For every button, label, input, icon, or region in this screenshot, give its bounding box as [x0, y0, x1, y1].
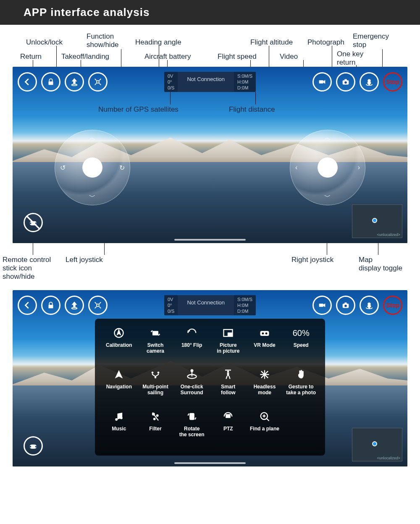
minimap[interactable]: <unlocalized> [352, 204, 402, 238]
func-item-headless[interactable]: Headless mode [248, 368, 281, 406]
func-item-label: Music [112, 426, 126, 432]
func-item-follow[interactable]: Smart follow [212, 368, 245, 406]
svg-rect-28 [344, 303, 347, 304]
takeoff-button[interactable] [65, 296, 84, 315]
takeoff-button[interactable] [65, 72, 84, 92]
callout-estop: Emergency stop [353, 32, 389, 49]
func-item-multipoint[interactable]: Multi-point sailing [139, 368, 172, 406]
minimap-marker-icon [372, 218, 377, 223]
svg-rect-49 [225, 370, 231, 371]
emergency-stop-button[interactable]: Stop [383, 296, 402, 315]
lock-button[interactable] [41, 296, 60, 315]
multipoint-icon [150, 368, 161, 381]
vr-icon [259, 326, 270, 340]
svg-point-37 [265, 333, 268, 335]
hud-connection: Not Connection [178, 72, 234, 92]
function-toggle-button[interactable] [88, 72, 108, 92]
function-toggle-button[interactable] [88, 296, 108, 315]
video-button[interactable] [312, 296, 332, 315]
rotate-icon [186, 410, 198, 423]
func-item-label: Find a plane [250, 426, 279, 432]
toolbar: 0V 0° 0/S Not Connection S:0M/S H:0M D:0… [18, 295, 402, 315]
hud-distance: D:0M [237, 85, 252, 90]
svg-point-10 [344, 81, 347, 84]
svg-line-47 [226, 376, 227, 379]
svg-rect-60 [190, 414, 194, 419]
stick-toggle-button[interactable] [24, 436, 43, 456]
svg-line-16 [27, 216, 39, 229]
svg-line-63 [267, 418, 269, 421]
func-item-label: Rotate the screen [179, 426, 205, 438]
svg-point-14 [29, 223, 31, 224]
screen-1-stage: 0V 0° 0/S Not Connection S:0M/S H:0M D:0… [0, 67, 420, 243]
svg-rect-7 [319, 80, 323, 83]
gesture-icon [295, 368, 307, 381]
svg-point-67 [29, 446, 31, 448]
minimap-marker-icon [372, 441, 377, 446]
func-item-filter[interactable]: Filter [139, 410, 172, 448]
minimap-label: <unlocalized> [377, 233, 400, 237]
func-item-switch-camera[interactable]: Switch camera [139, 326, 172, 364]
return-button[interactable] [18, 296, 37, 315]
surround-icon [186, 368, 198, 381]
right-joystick[interactable]: ︿ ﹀ ‹ › [290, 130, 365, 205]
switch-camera-icon [150, 326, 161, 340]
callouts-bottom: Remote control stick icon show/hide Left… [0, 243, 420, 280]
callout-maptoggle: Map display toggle [359, 256, 402, 272]
hud-altitude: H:0M [237, 79, 252, 84]
func-item-label: Headless mode [254, 384, 276, 396]
left-joystick[interactable]: ︿ ﹀ ↺ ↻ [55, 130, 130, 205]
svg-marker-8 [323, 80, 326, 84]
lock-button[interactable] [41, 72, 60, 92]
svg-point-39 [152, 372, 154, 374]
func-item-compass[interactable]: Calibration [102, 326, 136, 364]
func-item-rotate[interactable]: Rotate the screen [175, 410, 208, 448]
emergency-stop-button[interactable]: Stop [383, 72, 402, 92]
svg-point-36 [262, 333, 264, 335]
chevron-up-icon: ︿ [324, 134, 331, 142]
func-item-gesture[interactable]: Gesture to take a photo [284, 368, 318, 406]
func-item-label: Gesture to take a photo [286, 384, 316, 396]
callout-funcshow: Function show/hide [87, 32, 119, 49]
func-item-flip-180[interactable]: 180° Flip [175, 326, 208, 364]
home-indicator [174, 462, 246, 464]
svg-rect-32 [152, 331, 158, 335]
hud: 0V 0° 0/S Not Connection S:0M/S H:0M D:0… [164, 295, 256, 315]
svg-rect-35 [260, 331, 269, 336]
hud-battery: 0V [168, 73, 175, 79]
stick-toggle-button[interactable] [24, 213, 43, 232]
func-item-vr[interactable]: VR Mode [248, 326, 281, 364]
func-item-ptz[interactable]: PTZ [212, 410, 245, 448]
func-item-label: PTZ [223, 426, 233, 432]
callouts-top: Return Unlock/lock Takeoff/landing Funct… [0, 25, 420, 67]
follow-icon [222, 368, 234, 381]
hud-speed: S:0M/S [237, 73, 252, 79]
callout-rightjoy: Right joystick [291, 256, 333, 264]
func-item-surround[interactable]: One-click Surround [175, 368, 208, 406]
video-button[interactable] [312, 72, 332, 92]
func-item-navigation[interactable]: Navigation [102, 368, 136, 406]
chevron-up-icon: ︿ [89, 134, 96, 142]
func-item-speed[interactable]: 60%Speed [284, 326, 318, 364]
return-button[interactable] [18, 72, 37, 92]
rotate-right-icon: ↻ [119, 164, 125, 172]
flip-180-icon [186, 326, 198, 340]
return-home-button[interactable] [360, 72, 379, 92]
svg-line-48 [229, 376, 230, 379]
hud-distance: D:0M [237, 309, 252, 314]
minimap-label: <unlocalized> [377, 456, 400, 460]
func-item-label: One-click Surround [181, 384, 203, 396]
func-item-findplane[interactable]: Find a plane [248, 410, 281, 448]
hud-heading: 0° [168, 79, 175, 84]
svg-line-23 [100, 307, 101, 309]
callout-heading: Heading angle [135, 38, 181, 47]
func-item-label: Filter [149, 426, 161, 432]
func-item-label: Calibration [106, 342, 132, 348]
photo-button[interactable] [336, 72, 355, 92]
photo-button[interactable] [336, 296, 355, 315]
minimap[interactable]: <unlocalized> [352, 428, 402, 461]
return-home-button[interactable] [360, 296, 379, 315]
func-item-pip[interactable]: Picture in picture [212, 326, 245, 364]
func-item-music[interactable]: Music [102, 410, 136, 448]
navigation-icon [113, 368, 125, 381]
